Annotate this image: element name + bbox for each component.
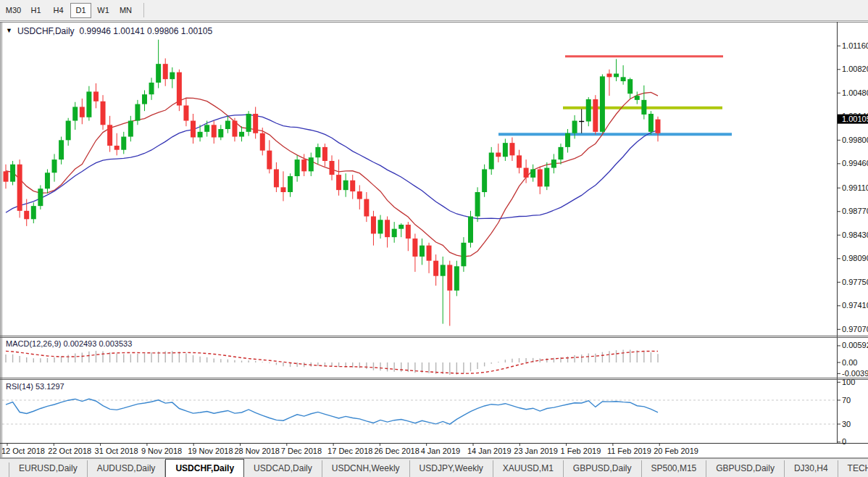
chart-tab-eurusd-daily[interactable]: EURUSD,Daily [9,460,88,477]
macd-indicator-label: MACD(12,26,9) 0.002493 0.003533 [6,339,132,348]
chart-tab-usdjpy-weekly[interactable]: USDJPY,Weekly [410,460,493,477]
timeframe-button-m30[interactable]: M30 [3,3,24,18]
chart-tab-dj30-h4[interactable]: DJ30,H4 [785,460,838,477]
timeframe-buttons: M30H1H4D1W1MN [3,3,138,18]
toolbar-separator [143,3,144,17]
timeframe-button-w1[interactable]: W1 [93,3,114,18]
mt4-chart-window: { "toolbar": { "timeframes": ["M30","H1"… [0,0,868,477]
chart-canvas[interactable] [0,0,868,477]
timeframe-button-h4[interactable]: H4 [48,3,69,18]
chart-tabbar: EURUSD,DailyAUDUSD,DailyUSDCHF,DailyUSDC… [0,458,868,477]
chart-tab-gbpusd-daily[interactable]: GBPUSD,Daily [564,460,642,477]
chart-tab-xauusd-m1[interactable]: XAUUSD,M1 [493,460,564,477]
chart-tab-gbpusd-daily[interactable]: GBPUSD,Daily [706,460,785,477]
timeframe-toolbar: M30H1H4D1W1MN [0,0,868,21]
chart-title: ▼ USDCHF,Daily 0.99946 1.00141 0.99806 1… [6,26,212,36]
chart-symbol-label: USDCHF,Daily [17,26,75,36]
timeframe-button-mn[interactable]: MN [115,3,136,18]
chart-tab-sp500-m15[interactable]: SP500,M15 [642,460,707,477]
chart-tabs: EURUSD,DailyAUDUSD,DailyUSDCHF,DailyUSDC… [9,459,868,477]
chart-tab-usdcnh-weekly[interactable]: USDCNH,Weekly [322,460,410,477]
rsi-indicator-label: RSI(14) 53.1297 [6,382,64,391]
chart-tab-audusd-daily[interactable]: AUDUSD,Daily [88,460,166,477]
timeframe-button-d1[interactable]: D1 [70,3,91,18]
chart-tab-usdchf-daily[interactable]: USDCHF,Daily [165,459,244,477]
chart-tab-usdcad-daily[interactable]: USDCAD,Daily [244,460,322,477]
chart-tab-tech10[interactable]: TECH10 [838,460,868,477]
timeframe-button-h1[interactable]: H1 [25,3,46,18]
collapse-indicator-icon[interactable]: ▼ [6,26,12,36]
chart-ohlc-values: 0.99946 1.00141 0.99806 1.00105 [80,26,213,36]
